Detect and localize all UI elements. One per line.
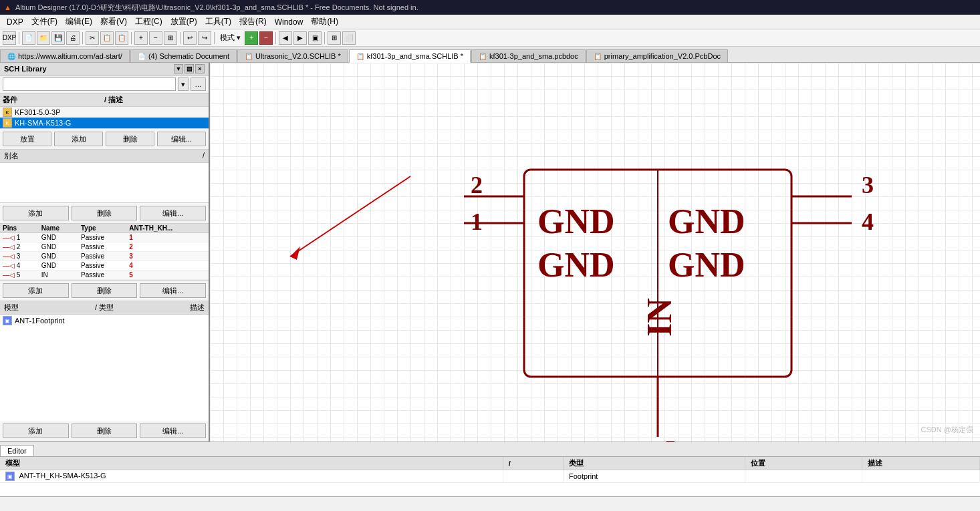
- toolbar-mode-label: 模式 ▾: [220, 33, 241, 43]
- search-ellipsis-btn[interactable]: ...: [191, 77, 206, 91]
- tab-url[interactable]: 🌐 https://www.altium.com/ad-start/: [0, 49, 130, 62]
- menu-help[interactable]: 帮助(H): [307, 15, 342, 29]
- toolbar-paste[interactable]: 📋: [115, 31, 128, 45]
- comp-item-kh-sma[interactable]: K KH-SMA-K513-G: [0, 118, 209, 128]
- comp-kf301-icon: K: [3, 108, 12, 117]
- add-comp-btn[interactable]: 添加: [54, 132, 103, 146]
- toolbar-sep-6: [275, 32, 276, 44]
- pins-col-anttk: ANT-TH_KH...: [126, 224, 209, 233]
- toolbar-grid[interactable]: ⊞: [328, 31, 341, 45]
- toolbar-add[interactable]: +: [245, 31, 258, 45]
- search-row: ▾ ...: [0, 75, 209, 94]
- pin-row-1: —◁ 1 GND Passive 1: [0, 233, 209, 242]
- menu-dxp[interactable]: DXP: [3, 16, 27, 28]
- bottom-model-type: Footprint: [564, 470, 745, 483]
- bottom-row-ant: ▣ ANT-TH_KH-SMA-K513-G Footprint: [0, 470, 980, 483]
- toolbar-box[interactable]: ▣: [308, 31, 322, 45]
- toolbar-zoom-out[interactable]: −: [149, 31, 162, 45]
- pin-5-type: Passive: [78, 271, 126, 280]
- add-model-btn[interactable]: 添加: [3, 423, 69, 438]
- toolbar-new[interactable]: 📄: [22, 31, 35, 45]
- status-bar: [0, 496, 980, 511]
- menu-edit[interactable]: 编辑(E): [62, 15, 96, 29]
- model-icon: ▣: [3, 316, 12, 325]
- svg-text:GND: GND: [668, 202, 745, 240]
- tab-primary-pcbdoc[interactable]: 📋 primary_amplification_V2.0.PcbDoc: [586, 49, 728, 62]
- toolbar-forward[interactable]: ▶: [293, 31, 307, 45]
- toolbar-remove[interactable]: −: [259, 31, 273, 45]
- comp-item-kf301[interactable]: K KF301-5.0-3P: [0, 107, 209, 118]
- menu-window[interactable]: Window: [271, 16, 308, 28]
- edit-alias-btn[interactable]: 编辑...: [140, 206, 206, 220]
- place-btn[interactable]: 放置: [3, 132, 51, 146]
- app-logo: ▲: [4, 3, 11, 11]
- menu-place[interactable]: 放置(P): [166, 15, 201, 29]
- toolbar-undo[interactable]: ↩: [183, 31, 197, 45]
- edit-model-btn[interactable]: 编辑...: [140, 423, 206, 438]
- comp-list-header: 器件 / 描述: [0, 94, 209, 107]
- pin-3-num: —◁ 3: [0, 252, 39, 261]
- delete-pin-btn[interactable]: 删除: [72, 283, 138, 298]
- menu-report[interactable]: 报告(R): [235, 15, 271, 29]
- search-input[interactable]: [3, 77, 176, 91]
- toolbar-open[interactable]: 📁: [37, 31, 50, 45]
- bottom-col-model: 模型: [0, 457, 503, 470]
- pin-row-4: —◁ 4 GND Passive 4: [0, 261, 209, 271]
- canvas-area[interactable]: 2 1 3 4 5 GND GND GND GND IN CSDN @杨定强: [210, 63, 980, 442]
- toolbar-copy[interactable]: 📋: [100, 31, 114, 45]
- toolbar-back[interactable]: ◀: [279, 31, 292, 45]
- toolbar-dxp[interactable]: DXP: [3, 31, 16, 45]
- menu-file[interactable]: 文件(F): [27, 15, 62, 29]
- svg-text:2: 2: [471, 172, 483, 198]
- menu-tools[interactable]: 工具(T): [201, 15, 235, 29]
- toolbar-print[interactable]: 🖨: [66, 31, 80, 45]
- alias-area: [0, 163, 209, 203]
- tab-schematic[interactable]: 📄 (4) Schematic Document: [130, 49, 237, 62]
- editor-tab-bar: Editor: [0, 442, 980, 456]
- editor-tab[interactable]: Editor: [0, 445, 34, 456]
- models-col3: 描述: [190, 303, 205, 313]
- models-action-row: 添加 删除 编辑...: [0, 421, 209, 442]
- tab-ultrasonic[interactable]: 📋 Ultrasonic_V2.0.SCHLIB *: [237, 49, 348, 62]
- delete-alias-btn[interactable]: 删除: [72, 206, 138, 220]
- toolbar-redo[interactable]: ↪: [198, 31, 211, 45]
- toolbar-save[interactable]: 💾: [51, 31, 65, 45]
- tab-ultrasonic-icon: 📋: [245, 53, 253, 60]
- add-alias-btn[interactable]: 添加: [3, 206, 69, 220]
- models-list: ▣ ANT-1Footprint: [0, 315, 209, 421]
- alias-action-row: 添加 删除 编辑...: [0, 203, 209, 224]
- pin-3-type: Passive: [78, 252, 126, 261]
- panel-close-btn[interactable]: ×: [195, 64, 205, 73]
- toolbar-misc[interactable]: ⬜: [342, 31, 356, 45]
- toolbar-sep-2: [82, 32, 83, 44]
- toolbar-sep-7: [324, 32, 325, 44]
- panel-pin-btn[interactable]: ▼: [174, 64, 183, 73]
- toolbar-zoom-fit[interactable]: ⊞: [164, 31, 177, 45]
- pin-1-name: GND: [39, 233, 78, 242]
- tab-kf301-pcbdoc[interactable]: 📋 kf301-3p_and_sma.pcbdoc: [471, 49, 586, 62]
- tab-kf301-schlib[interactable]: 📋 kf301-3p_and_sma.SCHLIB *: [349, 49, 471, 63]
- model-item-ant1[interactable]: ▣ ANT-1Footprint: [0, 315, 209, 327]
- comp-kh-sma-icon: K: [3, 118, 12, 128]
- toolbar-cut[interactable]: ✂: [86, 31, 99, 45]
- add-pin-btn[interactable]: 添加: [3, 283, 69, 298]
- pin-1-num: —◁ 1: [0, 233, 39, 242]
- svg-text:GND: GND: [668, 246, 745, 284]
- pin-1-ref: 1: [126, 233, 209, 242]
- menu-view[interactable]: 察看(V): [96, 15, 131, 29]
- delete-comp-btn[interactable]: 删除: [106, 132, 154, 146]
- toolbar-sep-1: [19, 32, 19, 44]
- svg-text:GND: GND: [537, 202, 615, 240]
- edit-comp-btn[interactable]: 编辑...: [157, 132, 206, 146]
- search-dropdown-btn[interactable]: ▾: [178, 77, 189, 91]
- bottom-models-table: 模型 / 类型 位置 描述 ▣ ANT-TH_KH-SMA-K513-G Foo…: [0, 457, 980, 483]
- component-list: K KF301-5.0-3P K KH-SMA-K513-G: [0, 107, 209, 129]
- bottom-model-slash: [503, 470, 563, 483]
- menu-project[interactable]: 工程(C): [131, 15, 166, 29]
- edit-pin-btn[interactable]: 编辑...: [140, 283, 206, 298]
- alias-edit-icon[interactable]: /: [203, 151, 205, 161]
- panel-float-btn[interactable]: ▤: [185, 64, 194, 73]
- file-path: D:\研究生\科研\电路\Ultrasonic_V2.0\kf301-3p_an…: [91, 3, 418, 13]
- toolbar-zoom-in[interactable]: +: [134, 31, 148, 45]
- delete-model-btn[interactable]: 删除: [72, 423, 138, 438]
